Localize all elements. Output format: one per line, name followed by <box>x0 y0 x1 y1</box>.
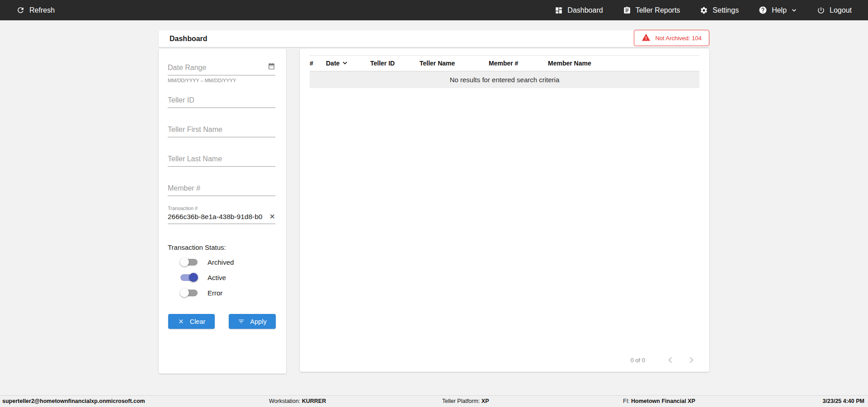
teller-id-field[interactable]: Teller ID <box>168 96 275 108</box>
empty-results-message: No results for entered search criteria <box>450 76 560 84</box>
nav-dashboard[interactable]: Dashboard <box>555 6 603 14</box>
fi-label: FI: <box>623 398 630 404</box>
filter-icon <box>238 318 245 325</box>
active-toggle-label: Active <box>208 274 226 281</box>
platform-label: Teller Platform: <box>442 398 480 404</box>
next-page-button[interactable] <box>687 356 696 365</box>
close-icon <box>178 318 184 325</box>
not-archived-label: Not Archived: 104 <box>655 35 702 42</box>
member-number-placeholder: Member # <box>168 184 200 192</box>
status-datetime: 3/23/25 4:40 PM <box>823 398 864 404</box>
workstation-value: KURRER <box>302 398 326 404</box>
teller-last-name-field[interactable]: Teller Last Name <box>168 155 275 167</box>
transaction-number-value[interactable]: 2666c36b-8e1a-438b-91d8-b0 <box>168 213 262 221</box>
nav-dashboard-label: Dashboard <box>567 6 603 14</box>
status-bar: superteller2@hometownfinancialxp.onmicro… <box>0 395 868 407</box>
clear-button-label: Clear <box>190 318 206 325</box>
power-icon <box>817 6 825 14</box>
nav-settings-label: Settings <box>712 6 739 14</box>
refresh-label: Refresh <box>29 6 55 14</box>
archived-toggle-label: Archived <box>208 258 234 266</box>
transaction-status-label: Transaction Status: <box>168 243 275 251</box>
status-teller-platform: Teller Platform: XP <box>442 398 489 404</box>
apply-button[interactable]: Apply <box>229 314 276 329</box>
gear-icon <box>700 6 708 14</box>
nav-teller-reports[interactable]: Teller Reports <box>623 6 680 14</box>
table-header-row: # Date Teller ID Teller Name Member # Me… <box>310 55 699 71</box>
teller-last-name-placeholder: Teller Last Name <box>168 155 222 163</box>
clear-field-icon[interactable]: ✕ <box>269 212 275 221</box>
results-panel: # Date Teller ID Teller Name Member # Me… <box>300 49 709 372</box>
column-header-date-label: Date <box>326 60 340 67</box>
apply-button-label: Apply <box>250 318 266 325</box>
nav-logout-label: Logout <box>830 6 852 14</box>
pagination: 0 of 0 <box>630 356 696 365</box>
nav-help-label: Help <box>772 6 787 14</box>
nav-logout[interactable]: Logout <box>817 6 852 14</box>
error-toggle[interactable] <box>180 289 198 297</box>
calendar-icon[interactable] <box>268 62 275 72</box>
teller-first-name-field[interactable]: Teller First Name <box>168 126 275 137</box>
refresh-button[interactable]: Refresh <box>16 6 55 14</box>
transaction-number-field[interactable]: Transaction # 2666c36b-8e1a-438b-91d8-b0… <box>168 206 275 224</box>
page-title: Dashboard <box>170 35 208 43</box>
teller-id-placeholder: Teller ID <box>168 96 194 104</box>
teller-first-name-placeholder: Teller First Name <box>168 126 222 134</box>
column-header-number: # <box>310 60 326 67</box>
column-header-teller-id: Teller ID <box>370 60 420 67</box>
refresh-icon <box>16 6 25 14</box>
error-toggle-row: Error <box>180 289 222 297</box>
chevron-down-icon <box>791 7 797 13</box>
status-financial-institution: FI: Hometown Financial XP <box>623 398 695 404</box>
clear-button[interactable]: Clear <box>168 314 215 329</box>
platform-value: XP <box>481 398 489 404</box>
fi-value: Hometown Financial XP <box>631 398 695 404</box>
warning-triangle-icon <box>642 33 651 43</box>
archived-toggle[interactable] <box>180 258 198 266</box>
workstation-label: Workstation: <box>269 398 300 404</box>
filter-panel: Date Range MM/DD/YYYY – MM/DD/YYYY Telle… <box>159 49 286 374</box>
transaction-number-label: Transaction # <box>168 206 275 211</box>
sort-desc-icon <box>341 59 349 68</box>
member-number-field[interactable]: Member # <box>168 184 275 196</box>
help-icon <box>759 6 767 14</box>
page-header: Dashboard Not Archived: 104 <box>159 30 709 47</box>
column-header-member-name: Member Name <box>548 60 699 67</box>
nav-settings[interactable]: Settings <box>700 6 739 14</box>
nav-help[interactable]: Help <box>759 6 797 14</box>
empty-results-row: No results for entered search criteria <box>310 71 699 88</box>
column-header-member-number: Member # <box>489 60 548 67</box>
archived-toggle-row: Archived <box>180 258 234 266</box>
column-header-date[interactable]: Date <box>326 59 370 68</box>
top-navbar: Refresh Dashboard Teller Reports Setting… <box>0 0 868 20</box>
active-toggle[interactable] <box>180 273 198 281</box>
not-archived-badge[interactable]: Not Archived: 104 <box>634 30 709 46</box>
status-user-email: superteller2@hometownfinancialxp.onmicro… <box>2 398 145 404</box>
column-header-teller-name: Teller Name <box>420 60 489 67</box>
date-range-field[interactable]: Date Range MM/DD/YYYY – MM/DD/YYYY <box>168 62 275 83</box>
date-range-placeholder: Date Range <box>168 64 206 72</box>
page-range-label: 0 of 0 <box>630 357 645 364</box>
previous-page-button[interactable] <box>666 356 675 365</box>
nav-teller-reports-label: Teller Reports <box>636 6 680 14</box>
date-range-format-hint: MM/DD/YYYY – MM/DD/YYYY <box>168 78 275 83</box>
clipboard-icon <box>623 6 631 14</box>
active-toggle-row: Active <box>180 273 226 281</box>
status-workstation: Workstation: KURRER <box>269 398 326 404</box>
dashboard-icon <box>555 6 563 14</box>
error-toggle-label: Error <box>208 289 222 297</box>
